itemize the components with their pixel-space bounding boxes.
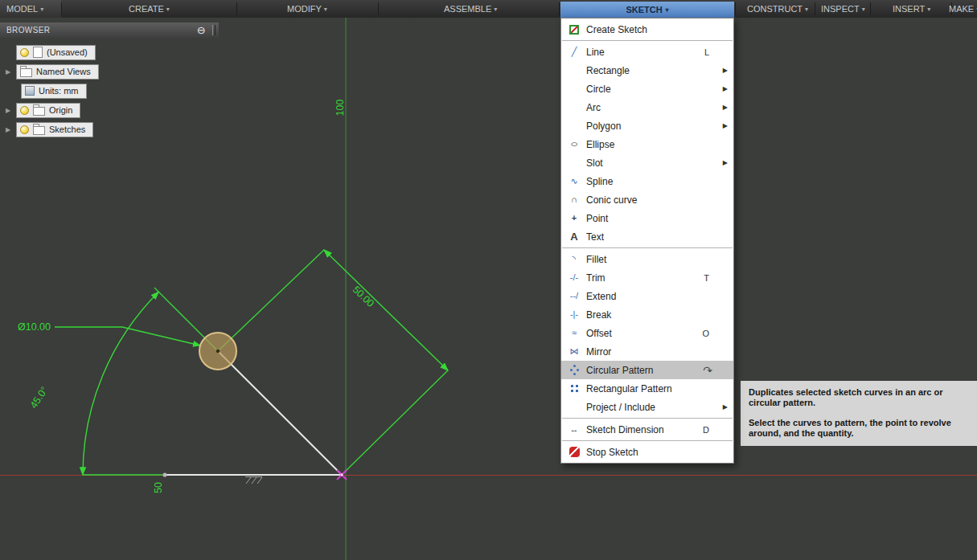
conic-curve-icon: ∩ [566,194,582,206]
toolbar-menu-assemble[interactable]: ASSEMBLE ▾ [444,0,497,18]
expand-arrow-icon[interactable]: ▶ [0,107,16,114]
chevron-down-icon: ▾ [805,6,808,13]
menu-item-rectangle[interactable]: Rectangle ▶ [561,61,733,80]
menu-separator [562,247,733,248]
toolbar-menu-create[interactable]: CREATE ▾ [129,0,170,18]
angle-dimension-label[interactable]: 45.0° [28,385,51,411]
menu-item-offset[interactable]: ≈ Offset O [561,324,733,342]
menu-item-polygon[interactable]: Polygon ▶ [561,116,733,135]
spline-icon: ∿ [566,175,582,188]
tree-item-unsaved[interactable]: (Unsaved) [16,45,96,60]
menu-item-spline[interactable]: ∿ Spline [561,172,733,190]
folder-icon [33,107,45,116]
toolbar-menu-model[interactable]: MODEL ▾ [6,0,43,18]
menu-item-label: Spline [586,176,613,187]
toolbar-menu-modify[interactable]: MODIFY ▾ [287,0,327,18]
toolbar-menu-sketch[interactable]: SKETCH ▾ [560,2,734,18]
menu-item-point[interactable]: + Point [561,209,733,227]
menu-item-extend[interactable]: --/ Extend [561,287,733,305]
shortcut-label: L [704,47,709,57]
menu-item-circular-pattern[interactable]: Circular Pattern ↷ [561,361,733,379]
panel-grip-handle[interactable] [212,25,216,35]
toolbar-menu-insert[interactable]: INSERT ▾ [893,0,930,18]
menu-item-label: Mirror [586,346,611,358]
menu-item-label: Extend [586,291,616,302]
menu-item-conic-curve[interactable]: ∩ Conic curve [561,190,733,209]
extend-icon: --/ [566,290,582,303]
chevron-down-icon: ▾ [494,6,497,13]
tree-item-named-views[interactable]: Named Views [16,64,99,80]
chevron-down-icon: ▾ [666,6,669,14]
tree-row-units: Units: mm [0,83,219,99]
menu-item-slot[interactable]: Slot ▶ [561,153,733,172]
circular-pattern-icon [566,364,582,377]
menu-item-circle[interactable]: Circle ▶ [561,80,733,98]
menu-item-label: Ellipse [586,139,614,150]
chevron-down-icon: ▾ [927,6,930,13]
menu-item-label: Trim [586,272,605,284]
menu-item-label: Polygon [586,121,621,132]
origin-center-dot [341,474,343,476]
menu-item-project-include[interactable]: Project / Include ▶ [561,398,733,416]
visibility-bulb-icon[interactable] [20,125,29,134]
dim-extension-line-right [342,370,448,475]
menu-item-line[interactable]: ╱ Line L [561,43,733,61]
break-icon: -|- [566,309,582,321]
expand-arrow-icon[interactable]: ▶ [0,126,16,133]
visibility-bulb-icon[interactable] [20,48,29,57]
tree-row-named-views: ▶ Named Views [0,63,219,80]
expand-arrow-icon[interactable]: ▶ [0,68,16,76]
toolbar-menu-label: CONSTRUCT [747,4,803,14]
menu-item-create-sketch[interactable]: Create Sketch [561,20,733,39]
toolbar-menu-construct[interactable]: CONSTRUCT ▾ [747,0,808,18]
sketch-line-diagonal[interactable] [218,351,342,475]
toolbar-menu-inspect[interactable]: INSPECT ▾ [821,0,865,18]
menu-item-label: Arc [586,102,601,113]
trim-icon: -/- [566,272,582,284]
menu-item-label: Rectangular Pattern [586,383,672,394]
toolbar-menu-label: SKETCH [626,5,662,14]
tree-item-label: Sketches [49,125,85,134]
toolbar-menu-make[interactable]: MAKE ▾ [949,0,977,18]
browser-header[interactable]: BROWSER ⊖ [0,22,219,38]
ellipse-icon: ○ [562,138,586,151]
chevron-right-icon: ▶ [723,159,728,166]
toolbar-menu-label: MAKE [949,4,974,14]
angle-dimension-arc[interactable] [83,292,158,475]
menu-item-label: Circle [586,84,611,95]
menu-item-break[interactable]: -|- Break [561,305,733,324]
menu-item-arc[interactable]: Arc ▶ [561,98,733,116]
collapse-all-icon[interactable]: ⊖ [197,25,206,35]
create-sketch-icon [566,23,582,36]
menu-item-stop-sketch[interactable]: Stop Sketch [561,443,733,461]
menu-item-label: Line [586,47,605,58]
menu-item-mirror[interactable]: ⋈ Mirror [561,342,733,361]
tree-item-origin[interactable]: Origin [16,103,80,118]
menu-item-label: Offset [586,328,612,339]
chevron-down-icon: ▾ [166,6,170,13]
menu-item-text[interactable]: A Text [561,227,733,246]
circle-center-point[interactable] [216,349,220,353]
tree-row-origin: ▶ Origin [0,102,219,118]
menu-item-fillet[interactable]: ◝ Fillet [561,250,733,268]
endpoint-dot[interactable] [162,472,166,476]
point-icon: + [566,212,582,225]
tree-item-units[interactable]: Units: mm [21,84,87,99]
menu-item-trim[interactable]: -/- Trim T [561,268,733,287]
menu-item-rectangular-pattern[interactable]: Rectangular Pattern [561,379,733,398]
menu-item-ellipse[interactable]: ○ Ellipse [561,135,733,153]
tree-item-label: Units: mm [39,86,79,96]
dimension-line-50[interactable] [324,250,448,370]
visibility-bulb-icon[interactable] [20,106,29,115]
offset-dimension-label[interactable]: 50 [153,482,164,493]
line-icon: ╱ [566,46,582,59]
chevron-right-icon: ▶ [723,403,728,411]
offset-icon: ≈ [566,327,582,340]
tree-item-sketches[interactable]: Sketches [16,122,93,137]
toolbar-menu-label: CREATE [129,4,164,14]
menu-item-label: Slot [586,157,603,169]
menu-item-sketch-dimension[interactable]: ↔ Sketch Dimension D [561,420,733,439]
diameter-dimension-label[interactable]: Ø10.00 [18,321,51,333]
shortcut-label: T [704,273,709,283]
fillet-icon: ◝ [566,253,582,266]
